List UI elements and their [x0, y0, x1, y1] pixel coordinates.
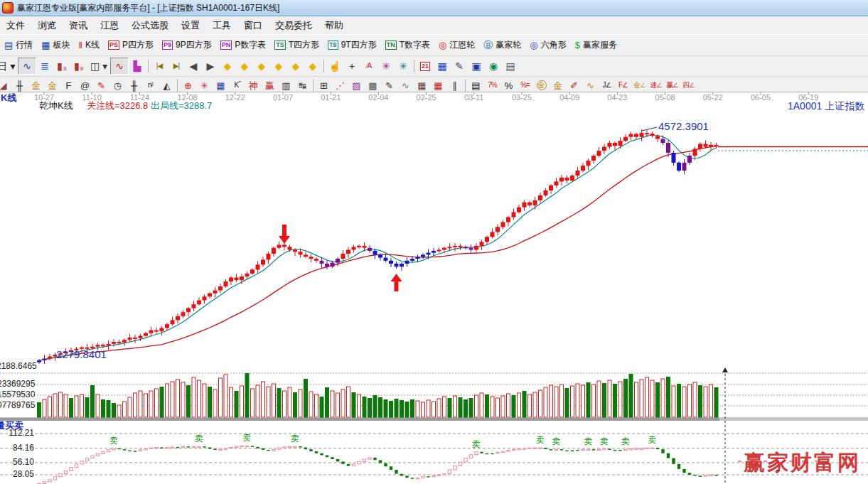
menu-item-5[interactable]: 设置: [175, 17, 206, 34]
info-f10-icon[interactable]: ≣: [36, 58, 53, 74]
gold-lines-icon[interactable]: 金: [550, 78, 566, 92]
nav-prev-icon[interactable]: ◀: [185, 58, 202, 74]
kline-tab[interactable]: K线: [1, 93, 16, 103]
menu-item-3[interactable]: 江恩: [94, 17, 125, 34]
hand-tool-icon[interactable]: ☝: [326, 58, 343, 74]
wave-gold-icon[interactable]: ∿: [582, 78, 599, 92]
menu-item-0[interactable]: 文件: [0, 17, 31, 34]
calendar-icon[interactable]: 21: [417, 58, 434, 74]
toolbar-button-p-square[interactable]: PSP四方形: [104, 37, 158, 53]
pct-angle-icon[interactable]: 7%: [484, 78, 500, 92]
menu-item-1[interactable]: 浏览: [31, 17, 63, 34]
zoom-right-diamond-icon[interactable]: ◆: [236, 58, 253, 74]
volume-bar: [496, 398, 500, 417]
toolbar-button-winner-service[interactable]: $赢家服务: [571, 37, 621, 53]
toolbar-button-gann-wheel[interactable]: ◎江恩轮: [434, 37, 479, 53]
candle-style-dropdown-icon[interactable]: ◫ ▾: [87, 58, 110, 74]
title-bar[interactable]: 赢家江恩专业版[赢家内部服务平台] - [上证指数 SH1A0001-167日K…: [0, 0, 868, 16]
mirror-angle-icon[interactable]: ◭: [159, 78, 175, 92]
f-comb-icon[interactable]: F: [60, 78, 77, 92]
gold-circle-icon[interactable]: 金: [533, 78, 550, 92]
gann-grid-1-icon[interactable]: ╫: [11, 78, 28, 92]
pencil-ruler-icon[interactable]: ✎: [93, 78, 109, 92]
ruler-123-icon[interactable]: ▥: [278, 78, 294, 92]
toolbar-button-9t-square[interactable]: T99T四方形: [323, 37, 381, 53]
print-icon[interactable]: ▤: [502, 58, 519, 74]
parallel-lines-icon[interactable]: ∥: [446, 78, 463, 92]
j-angle-icon[interactable]: J∠: [599, 78, 615, 92]
shade-grid-icon[interactable]: ▩: [365, 78, 381, 92]
f-angle-icon[interactable]: F∠: [615, 78, 631, 92]
frame-tool-icon[interactable]: ⊞: [316, 78, 332, 92]
toolbar-button-winner-wheel[interactable]: Ⓑ赢家轮: [479, 37, 525, 53]
pct-lines-icon[interactable]: %=: [517, 78, 533, 92]
crosshair-tool-icon[interactable]: +: [343, 58, 360, 74]
toolbar-button-t-square[interactable]: TST四方形: [270, 37, 323, 53]
grid-red-icon[interactable]: ▦: [430, 78, 446, 92]
purple-grid-icon[interactable]: ▨: [348, 78, 365, 92]
star-purple-tool-icon[interactable]: ✳: [377, 58, 395, 74]
pane-splitter-track[interactable]: [719, 418, 868, 421]
notes-icon[interactable]: ✎: [451, 58, 468, 74]
zoom-hout-diamond-icon[interactable]: ◆: [253, 58, 270, 74]
speed-angle-icon[interactable]: 速∠: [648, 78, 664, 92]
percent-icon[interactable]: %: [500, 78, 517, 92]
nav-last-icon[interactable]: ▶|: [168, 58, 185, 74]
rb-star-icon[interactable]: ✳: [196, 78, 213, 92]
toolbar-button-sectors[interactable]: ▦板块: [37, 37, 74, 53]
menu-item-2[interactable]: 资讯: [63, 17, 94, 34]
menu-item-4[interactable]: 公式选股: [125, 17, 175, 34]
menu-item-7[interactable]: 窗口: [237, 17, 269, 34]
toolbar-button-9p-square[interactable]: P99P四方形: [158, 37, 216, 53]
toolbar-button-kline[interactable]: ‖K线: [75, 37, 104, 53]
zoom-hin-diamond-icon[interactable]: ◆: [270, 58, 287, 74]
gold-angle-icon[interactable]: 金∠: [631, 78, 648, 92]
oscillator-candle: [523, 448, 525, 450]
color-histogram-icon[interactable]: ▙: [129, 58, 146, 74]
k-quote-icon[interactable]: K˝: [229, 78, 245, 92]
zoom-vout-diamond-icon[interactable]: ◆: [287, 58, 304, 74]
annotate-tool-icon[interactable]: ∕A: [360, 58, 377, 74]
time-circle-icon[interactable]: ◷: [109, 78, 126, 92]
fan-lines-icon[interactable]: ⋰: [332, 78, 348, 92]
comb-icon[interactable]: ╫: [126, 78, 142, 92]
star-teal-tool-icon[interactable]: ✳: [395, 58, 412, 74]
price-bars-icon[interactable]: ▤: [468, 78, 484, 92]
period-day-dropdown-icon[interactable]: 日 ▾: [0, 58, 18, 74]
web-update-icon[interactable]: ◉: [485, 58, 502, 74]
toolbar-button-hexagon[interactable]: ◎六角形: [525, 37, 570, 53]
calculator-icon[interactable]: ▦: [434, 58, 451, 74]
toolbar-button-t-number-table[interactable]: TNT数字表: [381, 37, 434, 53]
spiral-icon[interactable]: @: [77, 78, 93, 92]
grid-dark-icon[interactable]: ▦: [414, 78, 430, 92]
shen-tool-icon[interactable]: 神: [245, 78, 262, 92]
zoom-left-diamond-icon[interactable]: ◆: [219, 58, 236, 74]
trend-line-mode-icon[interactable]: ∿: [18, 58, 36, 75]
gold-comb-2-icon[interactable]: 金: [44, 78, 60, 92]
menu-item-8[interactable]: 交易委托: [269, 17, 318, 34]
ying-tool-icon[interactable]: 赢: [262, 78, 278, 92]
nav-first-icon[interactable]: |◀: [151, 58, 168, 74]
zoom-vin-diamond-icon[interactable]: ◆: [304, 58, 321, 74]
menu-item-9[interactable]: 帮助: [318, 17, 350, 34]
red-target-icon[interactable]: ⊕: [180, 78, 196, 92]
pencil-line-icon[interactable]: ✎: [381, 78, 397, 92]
bars-9-icon[interactable]: ▮₉: [70, 58, 87, 74]
ying-angle-icon[interactable]: 赢∠: [664, 78, 680, 92]
n-squared-icon[interactable]: n²: [142, 78, 159, 92]
save-icon[interactable]: ▣: [468, 58, 485, 74]
zigzag-icon[interactable]: ∿: [397, 78, 414, 92]
rb-grid-icon[interactable]: ▦: [213, 78, 229, 92]
nav-next-icon[interactable]: ▶: [202, 58, 219, 74]
bars-3-icon[interactable]: ▮₃: [53, 58, 70, 74]
toolbar-button-p-number-table[interactable]: PNP数字表: [216, 37, 271, 53]
eraser-icon[interactable]: ◢: [0, 78, 11, 92]
menu-item-6[interactable]: 工具: [206, 17, 237, 34]
wave-zoom-icon[interactable]: ∿: [110, 58, 129, 75]
gold-comb-1-icon[interactable]: 金: [28, 78, 44, 92]
four-angle-icon[interactable]: 四∠: [680, 78, 697, 92]
candle-pencil-icon[interactable]: ✐: [566, 78, 582, 92]
toolbar-button-quotes[interactable]: ▤行情: [0, 37, 37, 53]
chart-canvas[interactable]: 10-2711-1011-2412-0812-2201-0701-2102-04…: [0, 92, 868, 484]
h-span-icon[interactable]: ↹: [294, 78, 311, 92]
